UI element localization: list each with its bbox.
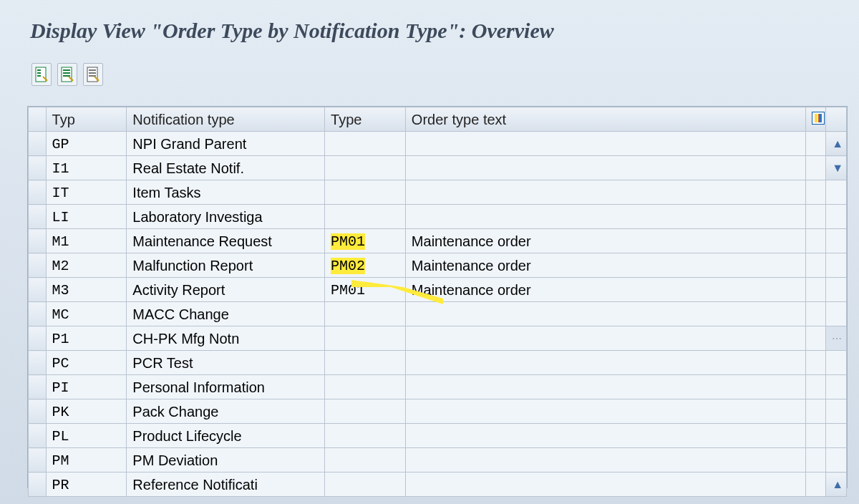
cell-order-type-text[interactable] — [405, 132, 805, 156]
cell-type[interactable] — [325, 156, 406, 180]
row-selector[interactable] — [29, 229, 47, 253]
column-selector[interactable] — [29, 107, 47, 132]
cell-type[interactable] — [325, 302, 406, 326]
cell-notification-type[interactable]: MACC Change — [127, 302, 325, 326]
cell-type[interactable]: PM01 — [325, 278, 406, 302]
cell-order-type-text[interactable]: Maintenance order — [405, 229, 805, 253]
row-selector[interactable] — [29, 424, 47, 448]
row-selector[interactable] — [29, 399, 47, 424]
cell-notification-type[interactable]: Item Tasks — [127, 180, 325, 205]
cell-notification-type[interactable]: PM Deviation — [127, 448, 325, 472]
cell-type[interactable] — [325, 448, 406, 472]
cell-notification-type[interactable]: Product Lifecycle — [127, 424, 325, 448]
scroll-down-button[interactable]: ▼ — [826, 156, 847, 180]
cell-type[interactable]: PM02 — [325, 253, 406, 278]
cell-notification-type[interactable]: Activity Report — [127, 278, 325, 302]
cell-notification-type[interactable]: Maintenance Request — [127, 229, 325, 253]
table-row[interactable]: MCMACC Change — [29, 302, 847, 326]
row-selector[interactable] — [29, 375, 47, 399]
scroll-track[interactable] — [826, 205, 847, 229]
toolbar-button-1[interactable] — [31, 63, 52, 86]
row-selector[interactable] — [29, 205, 47, 229]
cell-notification-type[interactable]: Malfunction Report — [127, 253, 325, 278]
cell-typ[interactable]: PI — [46, 375, 127, 399]
cell-typ[interactable]: M1 — [46, 229, 127, 253]
table-row[interactable]: PCPCR Test — [29, 351, 847, 375]
column-order-type-text[interactable]: Order type text — [405, 107, 805, 132]
cell-type[interactable] — [325, 399, 406, 424]
scroll-track[interactable] — [826, 278, 847, 302]
scroll-thumb[interactable]: ⋯ — [826, 326, 847, 351]
cell-notification-type[interactable]: CH-PK Mfg Notn — [127, 326, 325, 351]
cell-type[interactable] — [325, 132, 406, 156]
column-notification-type[interactable]: Notification type — [127, 107, 325, 132]
row-selector[interactable] — [29, 278, 47, 302]
cell-typ[interactable]: IT — [46, 180, 127, 205]
cell-typ[interactable]: M2 — [46, 253, 127, 278]
scroll-up-button[interactable]: ▲ — [826, 132, 847, 156]
row-selector[interactable] — [29, 326, 47, 351]
cell-order-type-text[interactable] — [405, 375, 805, 399]
scroll-track[interactable] — [826, 302, 847, 326]
scroll-track[interactable] — [826, 448, 847, 472]
cell-type[interactable] — [325, 180, 406, 205]
cell-typ[interactable]: P1 — [46, 326, 127, 351]
cell-order-type-text[interactable] — [405, 302, 805, 326]
cell-typ[interactable]: PM — [46, 448, 127, 472]
cell-type[interactable] — [325, 472, 406, 497]
cell-type[interactable] — [325, 375, 406, 399]
scroll-page-up-button[interactable]: ▲ — [826, 472, 847, 497]
cell-typ[interactable]: LI — [46, 205, 127, 229]
cell-type[interactable]: PM01 — [325, 229, 406, 253]
row-selector[interactable] — [29, 253, 47, 278]
row-selector[interactable] — [29, 132, 47, 156]
cell-typ[interactable]: PK — [46, 399, 127, 424]
table-row[interactable]: M2Malfunction ReportPM02Maintenance orde… — [29, 253, 847, 278]
cell-type[interactable] — [325, 424, 406, 448]
column-type[interactable]: Type — [325, 107, 406, 132]
cell-typ[interactable]: GP — [46, 132, 127, 156]
table-row[interactable]: M1Maintenance RequestPM01Maintenance ord… — [29, 229, 847, 253]
cell-typ[interactable]: I1 — [46, 156, 127, 180]
cell-order-type-text[interactable] — [405, 205, 805, 229]
table-row[interactable]: M3Activity ReportPM01Maintenance order — [29, 278, 847, 302]
table-row[interactable]: GPNPI Grand Parent▲ — [29, 132, 847, 156]
cell-typ[interactable]: M3 — [46, 278, 127, 302]
row-selector[interactable] — [29, 448, 47, 472]
cell-order-type-text[interactable] — [405, 424, 805, 448]
cell-type[interactable] — [325, 326, 406, 351]
table-row[interactable]: P1CH-PK Mfg Notn⋯ — [29, 326, 847, 351]
table-row[interactable]: PIPersonal Information — [29, 375, 847, 399]
scroll-track[interactable] — [826, 375, 847, 399]
table-row[interactable]: I1Real Estate Notif.▼ — [29, 156, 847, 180]
cell-typ[interactable]: PR — [46, 472, 127, 497]
row-selector[interactable] — [29, 180, 47, 205]
cell-order-type-text[interactable] — [405, 472, 805, 497]
cell-order-type-text[interactable] — [405, 156, 805, 180]
cell-typ[interactable]: PC — [46, 351, 127, 375]
table-row[interactable]: PMPM Deviation — [29, 448, 847, 472]
scroll-track[interactable] — [826, 229, 847, 253]
cell-notification-type[interactable]: Personal Information — [127, 375, 325, 399]
cell-notification-type[interactable]: PCR Test — [127, 351, 325, 375]
table-row[interactable]: PKPack Change — [29, 399, 847, 424]
cell-typ[interactable]: MC — [46, 302, 127, 326]
toolbar-button-3[interactable] — [83, 63, 103, 86]
scroll-track[interactable] — [826, 180, 847, 205]
cell-notification-type[interactable]: Pack Change — [127, 399, 325, 424]
cell-notification-type[interactable]: NPI Grand Parent — [127, 132, 325, 156]
cell-order-type-text[interactable] — [405, 448, 805, 472]
row-selector[interactable] — [29, 302, 47, 326]
cell-order-type-text[interactable] — [405, 351, 805, 375]
row-selector[interactable] — [29, 351, 47, 375]
cell-order-type-text[interactable] — [405, 399, 805, 424]
cell-order-type-text[interactable]: Maintenance order — [405, 278, 805, 302]
column-typ[interactable]: Typ — [46, 107, 127, 132]
table-row[interactable]: ITItem Tasks — [29, 180, 847, 205]
cell-order-type-text[interactable]: Maintenance order — [405, 253, 805, 278]
cell-order-type-text[interactable] — [405, 180, 805, 205]
cell-notification-type[interactable]: Real Estate Notif. — [127, 156, 325, 180]
scroll-track[interactable] — [826, 253, 847, 278]
table-row[interactable]: LILaboratory Investiga — [29, 205, 847, 229]
configure-columns-button[interactable] — [805, 107, 826, 132]
